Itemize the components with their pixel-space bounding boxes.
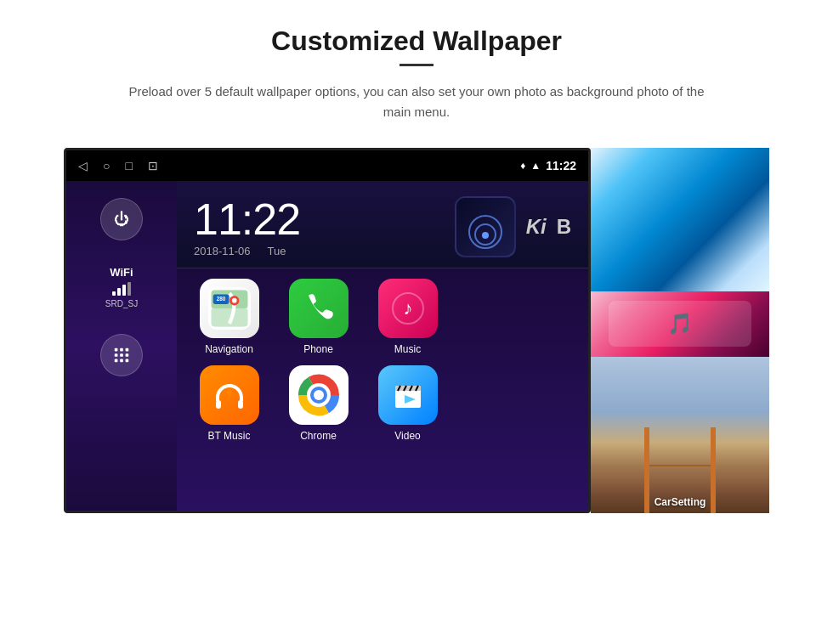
apps-grid-button[interactable] <box>100 334 143 376</box>
carsetting-label: CarSetting <box>591 496 769 508</box>
clock-area: 11:22 2018-11-06 Tue <box>177 181 588 268</box>
btmusic-label: BT Music <box>208 430 251 442</box>
svg-rect-1 <box>120 348 123 352</box>
b-shortcut[interactable]: B <box>557 215 571 239</box>
svg-rect-8 <box>126 359 129 363</box>
music-icon: ♪ <box>378 279 438 338</box>
app-video[interactable]: Video <box>367 365 448 442</box>
location-icon: ♦ <box>520 160 525 172</box>
media-shortcuts: Ki B <box>455 196 571 257</box>
status-bar: ◁ ○ □ ⊡ ♦ ▲ 11:22 <box>66 150 588 181</box>
clock-date-value: 2018-11-06 <box>194 245 251 257</box>
wallpaper-previews: 🎵 CarSetting <box>591 148 769 513</box>
status-indicators: ♦ ▲ 11:22 <box>520 159 576 172</box>
broadcast-shortcut[interactable] <box>455 196 516 257</box>
screenshot-icon[interactable]: ⊡ <box>148 159 158 172</box>
svg-text:₿: ₿ <box>226 388 231 398</box>
svg-rect-12 <box>211 308 247 326</box>
back-icon[interactable]: ◁ <box>78 159 88 172</box>
device-area: ◁ ○ □ ⊡ ♦ ▲ 11:22 ⏻ WiFi <box>64 148 769 513</box>
chrome-icon <box>289 365 348 425</box>
clock-day: Tue <box>268 245 286 257</box>
wallpaper-thumb-3[interactable]: CarSetting <box>591 357 769 513</box>
svg-rect-6 <box>115 359 118 363</box>
video-icon <box>378 365 438 425</box>
power-button[interactable]: ⏻ <box>100 198 143 240</box>
clock-date: 2018-11-06 Tue <box>194 245 300 257</box>
wifi-status-icon: ▲ <box>530 160 541 172</box>
navigation-label: Navigation <box>205 343 253 355</box>
svg-rect-3 <box>115 353 118 357</box>
svg-rect-20 <box>238 400 243 409</box>
clock-block: 11:22 2018-11-06 Tue <box>194 197 300 257</box>
ki-shortcut[interactable]: Ki <box>526 215 547 239</box>
sidebar: ⏻ WiFi SRD_SJ <box>66 181 177 511</box>
page-title: Customized Wallpaper <box>271 25 562 57</box>
app-grid: 280 Navigation Phone <box>177 268 588 511</box>
svg-rect-5 <box>126 353 129 357</box>
app-navigation[interactable]: 280 Navigation <box>189 279 269 355</box>
svg-rect-7 <box>120 359 123 363</box>
video-label: Video <box>394 430 420 442</box>
svg-point-14 <box>231 298 236 303</box>
music-label: Music <box>394 343 421 355</box>
app-music[interactable]: ♪ Music <box>367 279 448 355</box>
app-chrome[interactable]: Chrome <box>278 365 359 442</box>
svg-text:♪: ♪ <box>403 297 412 319</box>
wallpaper-thumb-1[interactable] <box>591 148 769 291</box>
nav-buttons: ◁ ○ □ ⊡ <box>78 159 158 172</box>
btmusic-icon: ₿ <box>200 365 259 425</box>
clock-time: 11:22 <box>194 197 300 241</box>
wifi-ssid: SRD_SJ <box>105 299 138 308</box>
phone-label: Phone <box>303 343 333 355</box>
svg-text:280: 280 <box>216 296 225 302</box>
broadcast-visual <box>468 215 502 239</box>
navigation-icon: 280 <box>200 279 259 338</box>
status-time: 11:22 <box>546 159 576 172</box>
wifi-label: WiFi <box>110 266 133 279</box>
title-divider <box>400 64 434 66</box>
svg-rect-19 <box>216 400 221 409</box>
app-btmusic[interactable]: ₿ BT Music <box>189 365 269 442</box>
svg-rect-2 <box>126 348 129 352</box>
wifi-widget: WiFi SRD_SJ <box>105 266 138 308</box>
app-phone[interactable]: Phone <box>278 279 359 355</box>
svg-point-25 <box>314 390 324 400</box>
wifi-signal-bars <box>112 282 131 296</box>
android-screen: ◁ ○ □ ⊡ ♦ ▲ 11:22 ⏻ WiFi <box>64 148 591 513</box>
center-panel: 11:22 2018-11-06 Tue <box>177 181 588 511</box>
app-row-2: ₿ BT Music <box>189 365 576 442</box>
phone-icon <box>289 279 348 338</box>
app-row-1: 280 Navigation Phone <box>189 279 576 355</box>
home-icon[interactable]: ○ <box>103 159 110 172</box>
svg-rect-4 <box>120 353 123 357</box>
ring-dot <box>482 232 489 239</box>
main-content: ⏻ WiFi SRD_SJ <box>66 181 588 511</box>
page-description: Preload over 5 default wallpaper options… <box>119 82 714 122</box>
chrome-label: Chrome <box>300 430 337 442</box>
recents-icon[interactable]: □ <box>125 159 132 172</box>
svg-rect-0 <box>115 348 118 352</box>
wallpaper-thumb-2[interactable]: 🎵 <box>591 291 769 357</box>
